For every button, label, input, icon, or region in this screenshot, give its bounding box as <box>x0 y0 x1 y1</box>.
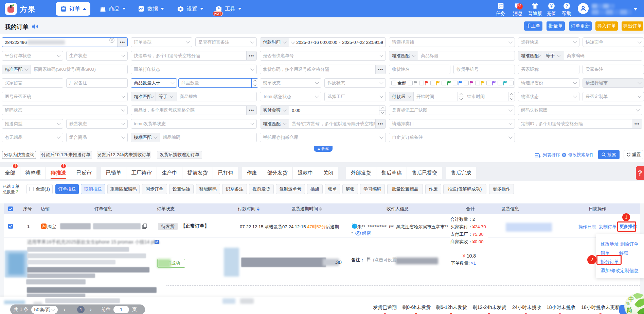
svg-text:¥: ¥ <box>550 3 553 9</box>
svg-text:?: ? <box>565 3 568 9</box>
